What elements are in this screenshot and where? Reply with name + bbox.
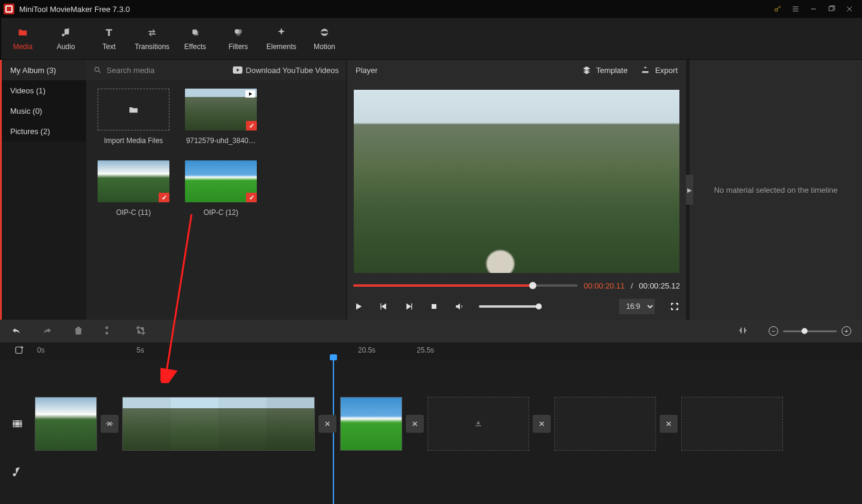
timeline xyxy=(0,359,862,504)
zoom-in-button[interactable]: + xyxy=(842,326,851,336)
split-button[interactable] xyxy=(104,325,115,338)
transition-slot[interactable] xyxy=(533,415,551,433)
folder-icon xyxy=(16,27,29,38)
tab-media[interactable]: Media xyxy=(1,18,44,59)
media-item[interactable]: ✓ 9712579-uhd_3840… xyxy=(182,89,260,145)
media-panel: Download YouTube Videos Import Media Fil… xyxy=(86,60,346,320)
license-key-icon[interactable] xyxy=(769,0,787,18)
category-music[interactable]: Music (0) xyxy=(2,101,86,121)
svg-rect-11 xyxy=(432,304,436,309)
tab-text[interactable]: Text xyxy=(87,18,130,59)
svg-point-6 xyxy=(236,31,241,36)
venn-icon xyxy=(232,27,245,38)
empty-clip-slot[interactable] xyxy=(427,397,529,451)
timeline-clip[interactable] xyxy=(340,397,402,451)
ribbon-tabs: Media Audio Text Transitions Effects Fil… xyxy=(0,18,862,60)
download-youtube-button[interactable]: Download YouTube Videos xyxy=(233,66,339,75)
ruler-mark: 25.5s xyxy=(417,346,434,354)
timeline-toolbar: − + xyxy=(0,320,862,342)
timeline-clip[interactable] xyxy=(122,397,315,451)
volume-knob[interactable] xyxy=(536,303,542,309)
tab-transitions[interactable]: Transitions xyxy=(130,18,174,59)
audio-track xyxy=(0,454,862,490)
volume-slider[interactable] xyxy=(479,305,539,308)
seek-track[interactable] xyxy=(353,284,578,287)
video-track-content[interactable] xyxy=(35,394,862,454)
preview-frame[interactable] xyxy=(354,90,679,273)
crop-button[interactable] xyxy=(135,325,146,338)
template-button[interactable]: Template xyxy=(582,65,628,75)
aspect-select[interactable]: 16:9 xyxy=(619,299,655,314)
ruler-mark: 0s xyxy=(37,346,45,354)
media-thumbnail[interactable]: ✓ xyxy=(98,160,169,202)
zoom-knob[interactable] xyxy=(802,328,808,334)
ruler-mark: 5s xyxy=(136,346,144,354)
tab-audio[interactable]: Audio xyxy=(44,18,87,59)
player-panel: Player Template Export 00:00:20.11 / 00:… xyxy=(347,60,686,320)
app-logo xyxy=(4,4,14,14)
redo-button[interactable] xyxy=(42,325,53,338)
zoom-out-button[interactable]: − xyxy=(769,326,778,336)
stop-button[interactable] xyxy=(429,301,439,312)
maximize-icon[interactable] xyxy=(822,0,840,18)
empty-clip-slot[interactable] xyxy=(681,397,783,451)
empty-clip-slot[interactable] xyxy=(554,397,656,451)
tab-label: Transitions xyxy=(135,42,169,51)
transition-slot[interactable] xyxy=(660,415,678,433)
undo-button[interactable] xyxy=(11,325,22,338)
import-dropzone[interactable] xyxy=(98,89,169,130)
media-thumbnail[interactable]: ✓ xyxy=(185,89,257,130)
category-pictures[interactable]: Pictures (2) xyxy=(2,121,86,141)
tab-elements[interactable]: Elements xyxy=(260,18,303,59)
transition-slot[interactable] xyxy=(101,415,119,433)
audio-track-content[interactable] xyxy=(35,454,862,490)
tab-effects[interactable]: Effects xyxy=(174,18,217,59)
svg-point-9 xyxy=(95,67,99,71)
svg-point-0 xyxy=(775,8,778,11)
timeline-clip[interactable] xyxy=(35,397,97,451)
time-current: 00:00:20.11 xyxy=(584,281,625,290)
zoom-control: − + xyxy=(769,326,851,336)
tab-label: Filters xyxy=(229,42,248,51)
panel-collapse-handle[interactable]: ▶ xyxy=(686,175,693,205)
ruler-mark: 20.5s xyxy=(358,346,375,354)
transition-slot[interactable] xyxy=(406,415,424,433)
tab-label: Media xyxy=(13,42,33,51)
tab-label: Audio xyxy=(57,42,75,51)
layers-icon xyxy=(582,65,591,75)
svg-point-13 xyxy=(105,332,108,335)
search-input[interactable] xyxy=(107,66,207,75)
media-item[interactable]: ✓ OIP-C (12) xyxy=(182,160,260,217)
fullscreen-icon[interactable] xyxy=(669,301,680,312)
svg-rect-3 xyxy=(194,31,199,35)
used-check-icon: ✓ xyxy=(246,121,257,130)
minimize-icon[interactable] xyxy=(805,0,822,18)
media-item[interactable]: ✓ OIP-C (11) xyxy=(95,160,172,217)
category-my-album[interactable]: My Album (3) xyxy=(2,60,86,80)
media-grid: Import Media Files ✓ 9712579-uhd_3840… ✓… xyxy=(86,80,346,225)
close-icon[interactable] xyxy=(840,0,858,18)
fit-timeline-icon[interactable] xyxy=(737,325,748,338)
workspace: My Album (3) Videos (1) Music (0) Pictur… xyxy=(0,60,862,320)
import-media-button[interactable]: Import Media Files xyxy=(95,89,172,145)
next-frame-button[interactable] xyxy=(403,301,414,312)
timeline-ruler[interactable]: 0s 5s 20.5s 25.5s xyxy=(0,342,862,359)
svg-rect-1 xyxy=(829,7,833,11)
tab-motion[interactable]: Motion xyxy=(303,18,346,59)
menu-icon[interactable] xyxy=(787,0,805,18)
add-track-button[interactable] xyxy=(14,345,26,357)
zoom-slider[interactable] xyxy=(783,330,837,332)
globe-icon xyxy=(318,27,331,38)
delete-button[interactable] xyxy=(73,325,84,338)
swap-icon xyxy=(145,27,159,38)
seek-knob[interactable] xyxy=(529,282,536,289)
transition-slot[interactable] xyxy=(318,415,336,433)
player-title: Player xyxy=(356,66,378,75)
export-button[interactable]: Export xyxy=(641,65,678,75)
tab-filters[interactable]: Filters xyxy=(217,18,260,59)
play-button[interactable] xyxy=(353,301,364,312)
media-thumbnail[interactable]: ✓ xyxy=(185,160,257,202)
category-videos[interactable]: Videos (1) xyxy=(2,80,86,101)
volume-icon[interactable] xyxy=(454,301,465,312)
prev-frame-button[interactable] xyxy=(378,301,389,312)
